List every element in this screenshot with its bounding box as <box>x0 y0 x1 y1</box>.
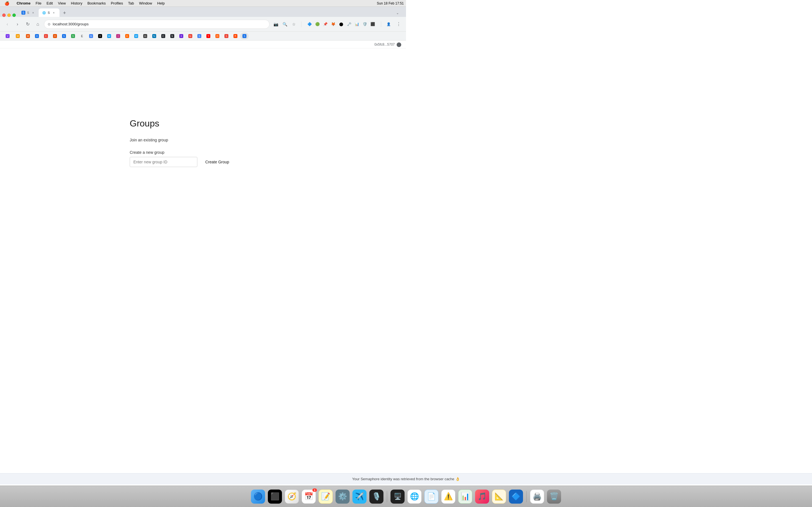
bookmark-favicon-27: S <box>243 34 246 38</box>
ext-table[interactable]: 📊 <box>353 20 361 28</box>
tab-inactive[interactable]: S S × <box>18 8 39 17</box>
bookmark-favicon-9: E <box>80 34 84 38</box>
bookmark-w[interactable]: W <box>105 33 113 40</box>
search-button[interactable]: 🔍 <box>281 20 289 28</box>
join-section-label: Join an existing group <box>130 138 276 142</box>
bookmark-favicon-2: M <box>16 34 20 38</box>
menu-bar-left: 🍎 Chrome File Edit View History Bookmark… <box>2 1 167 6</box>
window-minimize-button[interactable] <box>7 13 11 17</box>
bookmark-ig[interactable]: I <box>114 33 122 40</box>
screen-capture-button[interactable]: 📷 <box>272 20 280 28</box>
bookmark-gh2[interactable]: b <box>168 33 176 40</box>
bookmarks-bar: V M M O C O S S E G X <box>0 32 406 41</box>
bookmark-favicon-12: W <box>107 34 111 38</box>
bookmark-favicon-25: S <box>224 34 229 38</box>
menu-help[interactable]: Help <box>155 1 167 6</box>
menu-bar: 🍎 Chrome File Edit View History Bookmark… <box>0 0 406 7</box>
ext-dot[interactable]: ⬤ <box>338 20 345 28</box>
bookmark-gh[interactable]: C <box>159 33 167 40</box>
bookmark-favicon-23: Y <box>206 34 210 38</box>
settings-button[interactable]: ⋮ <box>395 20 403 28</box>
window-maximize-button[interactable] <box>12 13 16 17</box>
content-area: Groups Join an existing group Create a n… <box>0 48 406 253</box>
address-bar[interactable]: ⊙ localhost:3000/groups <box>44 20 269 29</box>
bookmark-button[interactable]: ☆ <box>290 20 298 28</box>
bookmark-favicon-13: I <box>116 34 120 38</box>
window-close-button[interactable] <box>2 13 6 17</box>
wallet-address: 0x5fc8...5707 <box>374 43 395 47</box>
tab-favicon-1: S <box>21 11 26 15</box>
bookmark-cal[interactable]: C <box>42 33 50 40</box>
bookmark-s4[interactable]: Y <box>204 33 213 40</box>
bookmark-favicon-14: K <box>125 34 129 38</box>
bookmark-favicon-22: S <box>197 34 201 38</box>
profile-button[interactable]: 👤 <box>385 20 393 28</box>
ext-shield[interactable]: 🛡️ <box>361 20 368 28</box>
ext-frame[interactable]: ⬛ <box>369 20 376 28</box>
page-content: Groups Join an existing group Create a n… <box>118 107 288 178</box>
bookmark-favicon-19: b <box>170 34 174 38</box>
bookmark-ol[interactable]: O <box>51 33 59 40</box>
menu-clock: Sun 18 Feb 17:51 <box>377 1 404 5</box>
new-tab-button[interactable]: + <box>61 9 68 17</box>
ext-fox[interactable]: 🦊 <box>329 20 337 28</box>
bookmark-favicon-24: H <box>215 34 219 38</box>
tab-active-groups[interactable]: 🌐 S × <box>39 8 59 17</box>
bookmark-blue[interactable]: O <box>33 33 41 40</box>
bookmark-favicon-11: X <box>98 34 102 38</box>
bookmark-s6-active[interactable]: S <box>240 33 249 40</box>
bookmark-x[interactable]: X <box>96 33 104 40</box>
bookmark-favicon-8: S <box>71 34 75 38</box>
group-id-input[interactable] <box>130 157 197 167</box>
bookmark-favicon-1: V <box>6 34 10 38</box>
menu-profiles[interactable]: Profiles <box>109 1 125 6</box>
bookmark-s3[interactable]: S <box>195 33 204 40</box>
bookmark-s5[interactable]: S <box>222 33 231 40</box>
bookmark-orange[interactable]: M <box>24 33 32 40</box>
bookmark-favicon-15: W <box>134 34 138 38</box>
github-icon[interactable]: ⬤ <box>396 42 402 47</box>
create-group-row: Create Group <box>130 157 276 167</box>
back-button[interactable]: ‹ <box>3 20 11 28</box>
bookmark-h[interactable]: H <box>213 33 221 40</box>
ext-violet[interactable]: 🔷 <box>306 20 313 28</box>
bookmark-w2[interactable]: W <box>132 33 140 40</box>
ext-pin[interactable]: 📌 <box>322 20 329 28</box>
ext-green[interactable]: 🟢 <box>314 20 321 28</box>
menu-edit[interactable]: Edit <box>44 1 55 6</box>
home-button[interactable]: ⌂ <box>34 20 42 28</box>
bookmark-violet[interactable]: V <box>3 33 13 40</box>
menu-tab[interactable]: Tab <box>126 1 136 6</box>
bookmark-g[interactable]: G <box>87 33 95 40</box>
bookmark-ext[interactable]: E <box>78 33 86 40</box>
bookmark-m[interactable]: m <box>141 33 149 40</box>
tab-search-button[interactable]: ⌄ <box>394 9 402 17</box>
menu-history[interactable]: History <box>68 1 84 6</box>
ext-key[interactable]: 🗝️ <box>345 20 353 28</box>
bookmark-s2[interactable]: S <box>69 33 77 40</box>
create-group-button[interactable]: Create Group <box>201 157 234 167</box>
tab-close-active[interactable]: × <box>52 10 56 15</box>
bookmark-yellow[interactable]: M <box>13 33 23 40</box>
bookmark-lo[interactable]: lo <box>186 33 195 40</box>
address-text: localhost:3000/groups <box>53 22 266 26</box>
extension-icons: 🔷 🟢 📌 🦊 ⬤ 🗝️ 📊 🛡️ ⬛ <box>305 20 377 28</box>
bookmark-favicon-10: G <box>89 34 93 38</box>
menu-bookmarks[interactable]: Bookmarks <box>85 1 108 6</box>
bookmark-n[interactable]: N <box>150 33 158 40</box>
reload-button[interactable]: ↻ <box>24 20 32 28</box>
bookmark-x2[interactable]: X <box>177 33 186 40</box>
bookmark-favicon-16: m <box>143 34 147 38</box>
menu-chrome[interactable]: Chrome <box>14 1 33 6</box>
menu-view[interactable]: View <box>56 1 68 6</box>
forward-button[interactable]: › <box>13 20 21 28</box>
menu-window[interactable]: Window <box>137 1 154 6</box>
bookmark-r[interactable]: R <box>231 33 240 40</box>
tab-favicon-active: 🌐 <box>42 11 46 15</box>
bookmark-favicon-5: C <box>44 34 48 38</box>
bookmark-s1[interactable]: S <box>60 33 68 40</box>
bookmark-k[interactable]: K <box>123 33 132 40</box>
tab-close-1[interactable]: × <box>31 10 35 15</box>
menu-file[interactable]: File <box>33 1 44 6</box>
apple-menu[interactable]: 🍎 <box>2 1 11 6</box>
